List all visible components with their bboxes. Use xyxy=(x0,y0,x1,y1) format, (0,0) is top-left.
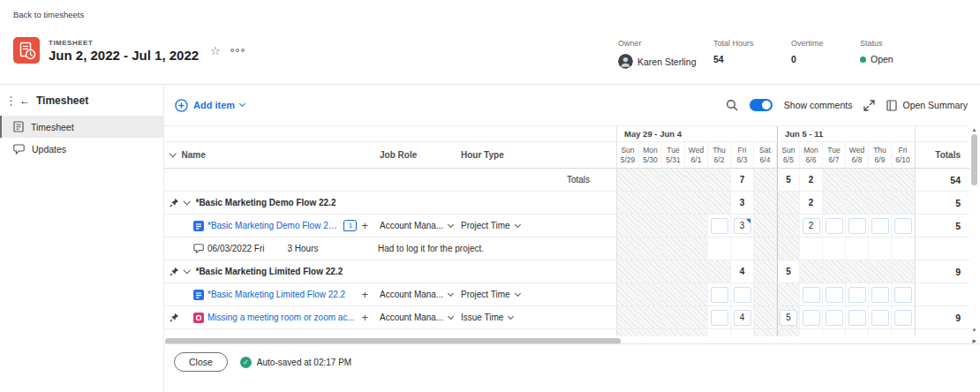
add-item-button[interactable]: Add item xyxy=(175,99,245,112)
panel-back-arrow-icon[interactable]: ← xyxy=(19,94,30,107)
hour-type-select[interactable]: Project Time xyxy=(454,215,533,237)
day-cell-6/10[interactable] xyxy=(892,306,915,328)
comment-text: Had to log it for the project. xyxy=(373,237,616,260)
updates-bubble-icon xyxy=(13,144,25,155)
expand-icon[interactable] xyxy=(863,100,875,111)
spacer-cell xyxy=(533,283,616,305)
hours-input[interactable] xyxy=(894,287,912,303)
add-hour-type-button[interactable]: + xyxy=(361,312,368,323)
hours-input[interactable] xyxy=(825,287,843,303)
hours-input[interactable]: 2 xyxy=(803,218,820,234)
task-name-link[interactable]: *Basic Marketing Demo Flow 22.2 xyxy=(207,221,340,230)
sidebar-item-updates[interactable]: Updates xyxy=(0,138,163,160)
day-cell-6/9[interactable] xyxy=(869,306,892,328)
hours-input[interactable] xyxy=(848,218,866,234)
day-cell-6/6[interactable] xyxy=(800,306,823,328)
pin-icon[interactable] xyxy=(169,313,179,322)
spacer-cell xyxy=(533,215,616,237)
add-hour-type-button[interactable]: + xyxy=(361,289,368,300)
hours-input[interactable] xyxy=(825,310,843,326)
day-cell-6/6[interactable] xyxy=(800,283,823,305)
pin-icon[interactable] xyxy=(169,267,179,276)
day-cell-6/8 xyxy=(846,260,869,283)
job-role-select[interactable]: Account Mana... xyxy=(373,306,454,328)
group-role-cell xyxy=(373,192,454,214)
hours-input[interactable]: 5 xyxy=(780,310,797,326)
hours-input[interactable] xyxy=(848,287,866,303)
day-total-value: 4 xyxy=(740,267,745,276)
hours-input[interactable]: 3 xyxy=(734,218,751,234)
owner-avatar[interactable] xyxy=(618,54,633,69)
open-summary-button[interactable]: Open Summary xyxy=(886,100,968,111)
page-title: Jun 2, 2022 - Jul 1, 2022 xyxy=(49,48,199,63)
task-name-link[interactable]: *Basic Marketing Limited Flow 22.2 xyxy=(207,290,345,299)
collapse-chevron-icon[interactable] xyxy=(184,198,191,205)
day-cell-6/9[interactable] xyxy=(869,215,892,237)
day-cell-6/9 xyxy=(869,192,892,214)
day-cell-6/3[interactable]: 3 xyxy=(731,215,754,237)
day-cell-5/31 xyxy=(662,192,685,214)
day-cell-6/2[interactable] xyxy=(708,283,731,305)
hours-input[interactable] xyxy=(711,218,728,234)
day-cell-6/8[interactable] xyxy=(846,306,869,328)
grid-row-task: *Basic Marketing Limited Flow 22.2+Accou… xyxy=(164,283,969,306)
day-column-header: Wed6/8 xyxy=(846,142,869,168)
pin-icon[interactable] xyxy=(169,198,179,207)
day-column-header: Thu6/2 xyxy=(708,142,731,168)
job-role-select[interactable]: Account Mana... xyxy=(373,215,454,237)
sidebar-item-timesheet[interactable]: Timesheet xyxy=(0,116,163,138)
hours-input[interactable] xyxy=(871,218,889,234)
hour-type-select[interactable]: Project Time xyxy=(454,283,533,305)
day-cell-5/30 xyxy=(639,329,662,336)
day-cell-6/9[interactable] xyxy=(869,283,892,305)
day-cell-6/8[interactable] xyxy=(846,283,869,305)
day-cell-6/7[interactable] xyxy=(823,306,846,328)
scroll-down-arrow[interactable]: ▼ xyxy=(972,328,977,333)
hours-input[interactable] xyxy=(711,287,728,303)
hours-input[interactable] xyxy=(848,310,866,326)
day-cell-6/10[interactable] xyxy=(892,215,915,237)
chevron-down-icon xyxy=(515,221,521,227)
hours-input[interactable] xyxy=(894,310,912,326)
favorite-star-icon[interactable]: ☆ xyxy=(210,44,221,57)
hours-input[interactable] xyxy=(734,287,751,303)
day-cell-6/7[interactable] xyxy=(823,215,846,237)
day-cell-6/3[interactable]: 4 xyxy=(731,306,754,328)
day-cell-6/2[interactable] xyxy=(708,306,731,328)
day-cell-6/6[interactable]: 2 xyxy=(800,215,823,237)
hours-input[interactable] xyxy=(871,310,889,326)
collapse-all-chevron-icon[interactable] xyxy=(170,150,177,157)
show-comments-toggle[interactable] xyxy=(750,99,773,111)
day-cell-6/6 xyxy=(800,260,823,283)
back-to-timesheets-link[interactable]: Back to timesheets xyxy=(13,10,84,19)
name-column-label: Name xyxy=(182,150,206,160)
collapse-chevron-icon[interactable] xyxy=(184,267,191,274)
day-cell-6/8[interactable] xyxy=(846,215,869,237)
close-button[interactable]: Close xyxy=(174,352,228,372)
comment-count-badge[interactable]: 1 xyxy=(343,220,357,231)
hours-input[interactable] xyxy=(894,218,912,234)
hours-input[interactable]: 4 xyxy=(734,310,751,326)
day-cell-6/2[interactable] xyxy=(708,215,731,237)
job-role-select[interactable]: Account Mana... xyxy=(373,283,454,305)
vertical-scroll-thumb[interactable] xyxy=(971,134,977,185)
hours-input[interactable] xyxy=(803,287,820,303)
hours-input[interactable] xyxy=(825,218,843,234)
vertical-scrollbar[interactable]: ▲ ▼ xyxy=(970,127,978,333)
more-options-button[interactable] xyxy=(230,49,245,52)
overtime-value: 0 xyxy=(791,54,860,64)
hours-input[interactable] xyxy=(711,310,728,326)
hour-type-select[interactable]: Issue Time xyxy=(454,306,533,328)
day-column-header: Mon5/30 xyxy=(639,142,662,168)
add-hour-type-button[interactable]: + xyxy=(361,220,368,231)
day-cell-6/7[interactable] xyxy=(823,283,846,305)
day-cell-6/3[interactable] xyxy=(731,283,754,305)
day-cell-6/10[interactable] xyxy=(892,283,915,305)
search-icon[interactable] xyxy=(726,99,738,111)
task-name-link[interactable]: Missing a meeting room or zoom ac... xyxy=(207,313,355,322)
name-column-header: Name xyxy=(164,142,373,168)
hours-input[interactable] xyxy=(871,287,889,303)
scroll-right-arrow[interactable]: ▶ xyxy=(972,337,976,343)
scroll-up-arrow[interactable]: ▲ xyxy=(972,127,977,132)
hours-input[interactable] xyxy=(803,310,820,326)
